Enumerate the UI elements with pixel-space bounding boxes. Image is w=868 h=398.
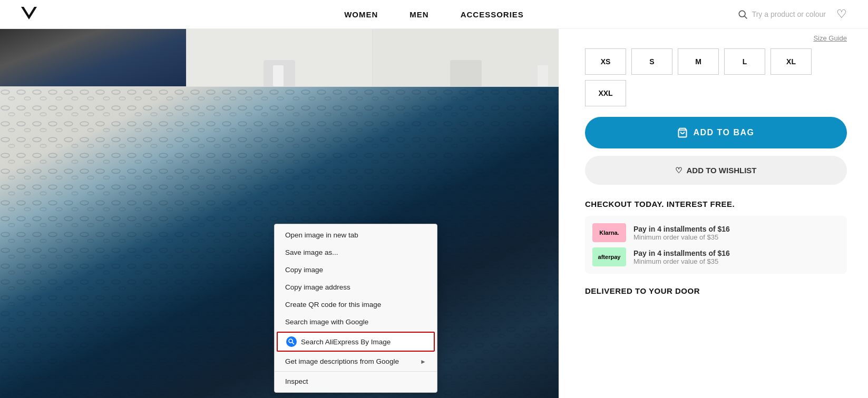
main-nav: WOMEN MEN ACCESSORIES [344, 10, 524, 19]
ctx-open-new-tab[interactable]: Open image in new tab [275, 226, 437, 244]
afterpay-row: afterpay Pay in 4 installments of $16 Mi… [592, 247, 840, 266]
ctx-image-descriptions[interactable]: Get image descriptions from Google ► [275, 353, 437, 370]
klarna-row: Klarna. Pay in 4 installments of $16 Min… [592, 223, 840, 242]
svg-point-7 [289, 339, 292, 343]
size-xs[interactable]: XS [585, 48, 626, 75]
search-icon [737, 9, 748, 19]
thumbnail-strip [0, 29, 559, 87]
search-placeholder: Try a product or colour [752, 10, 826, 18]
product-image: Open image in new tab Save image as... C… [0, 87, 559, 398]
klarna-text: Pay in 4 installments of $16 Minimum ord… [633, 225, 730, 241]
search-box[interactable]: Try a product or colour [737, 9, 826, 19]
ctx-save-image[interactable]: Save image as... [275, 244, 437, 261]
nav-item-accessories[interactable]: ACCESSORIES [461, 10, 524, 19]
afterpay-text: Pay in 4 installments of $16 Minimum ord… [633, 249, 730, 265]
size-guide-link[interactable]: Size Guide [585, 34, 847, 42]
svg-line-8 [292, 342, 294, 344]
afterpay-logo: afterpay [592, 247, 626, 266]
size-xl[interactable]: XL [771, 48, 812, 75]
logo[interactable] [21, 7, 37, 22]
size-m[interactable]: M [678, 48, 719, 75]
ctx-inspect[interactable]: Inspect [275, 373, 437, 390]
context-menu: Open image in new tab Save image as... C… [274, 224, 437, 393]
svg-point-2 [739, 11, 745, 17]
wishlist-icon[interactable]: ♡ [836, 7, 847, 21]
ctx-copy-address[interactable]: Copy image address [275, 278, 437, 296]
checkout-title: CHECKOUT TODAY. INTEREST FREE. [585, 200, 847, 208]
header-right: Try a product or colour ♡ [737, 7, 847, 21]
ctx-separator [275, 371, 437, 372]
submenu-arrow-icon: ► [420, 358, 426, 365]
size-s[interactable]: S [631, 48, 672, 75]
svg-line-3 [744, 16, 747, 19]
add-to-bag-button[interactable]: ADD TO BAG [585, 117, 847, 148]
size-l[interactable]: L [724, 48, 765, 75]
right-panel: Size Guide XS S M L XL XXL ADD TO BAG ♡ … [559, 29, 868, 398]
main-content: Open image in new tab Save image as... C… [0, 29, 868, 398]
nav-item-women[interactable]: WOMEN [344, 10, 378, 19]
nav-item-men[interactable]: MEN [409, 10, 428, 19]
payment-options: Klarna. Pay in 4 installments of $16 Min… [585, 216, 847, 274]
size-xxl[interactable]: XXL [585, 80, 626, 106]
ctx-search-aliexpress[interactable]: Search AliExpress By Image [277, 332, 435, 352]
ctx-copy-image[interactable]: Copy image [275, 261, 437, 278]
thumbnail-1[interactable] [0, 29, 187, 86]
size-grid: XS S M L XL XXL [585, 48, 847, 106]
left-panel: Open image in new tab Save image as... C… [0, 29, 559, 398]
thumbnail-2[interactable] [187, 29, 373, 86]
header: WOMEN MEN ACCESSORIES Try a product or c… [0, 0, 868, 29]
bag-icon [677, 127, 688, 138]
delivered-title: DELIVERED TO YOUR DOOR [585, 286, 847, 295]
wishlist-heart-icon: ♡ [675, 166, 682, 175]
thumbnail-3[interactable] [373, 29, 559, 86]
ctx-search-google[interactable]: Search image with Google [275, 313, 437, 331]
add-to-wishlist-button[interactable]: ♡ ADD TO WISHLIST [585, 156, 847, 185]
klarna-logo: Klarna. [592, 223, 626, 242]
aliexpress-search-icon [286, 336, 297, 347]
ctx-create-qr[interactable]: Create QR code for this image [275, 296, 437, 313]
